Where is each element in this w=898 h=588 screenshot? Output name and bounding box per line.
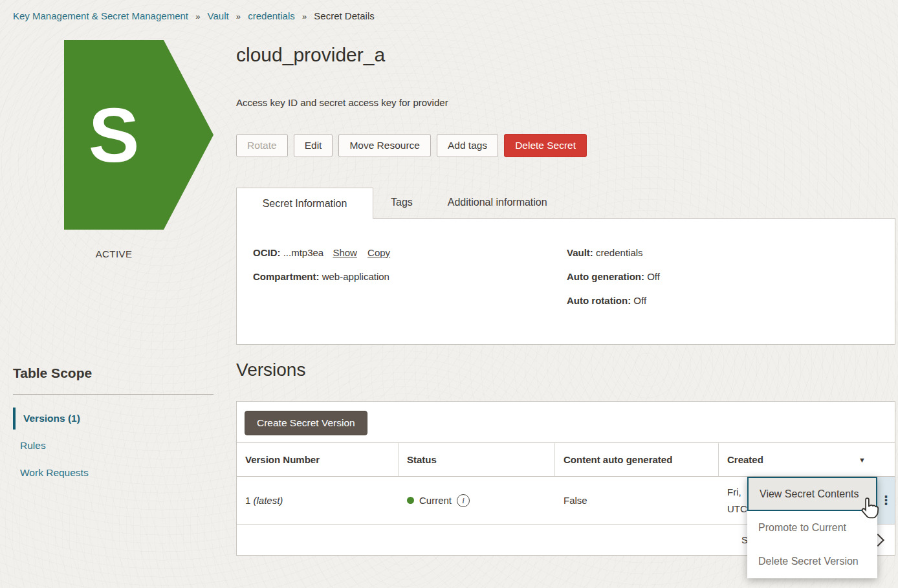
breadcrumb-link-vault[interactable]: Vault [208,10,229,21]
status-badge: ACTIVE [14,248,214,259]
breadcrumb-separator: » [195,12,200,21]
info-column-right: Vault: credentials Auto generation: Off … [567,247,660,319]
version-latest-suffix: (latest) [254,495,283,506]
move-resource-button[interactable]: Move Resource [338,134,431,157]
column-header-status[interactable]: Status [399,443,555,476]
tab-secret-information[interactable]: Secret Information [236,188,373,219]
page-title: cloud_provider_a [236,44,385,66]
menu-item-promote-to-current[interactable]: Promote to Current [747,511,877,545]
add-tags-button[interactable]: Add tags [437,134,498,157]
status-dot-icon [407,497,414,504]
column-header-created[interactable]: Created ▼ [719,443,895,476]
ocid-label: OCID: [253,247,281,258]
tab-additional-information[interactable]: Additional information [430,188,565,219]
compartment-value: web-application [322,271,389,282]
action-buttons: Rotate Edit Move Resource Add tags Delet… [236,134,587,157]
breadcrumb-separator: » [236,12,241,21]
cell-version-number: 1 (latest) [237,495,399,506]
breadcrumb-link-credentials[interactable]: credentials [248,10,295,21]
auto-generation-label: Auto generation: [567,271,644,282]
column-header-content-auto-generated[interactable]: Content auto generated [555,443,719,476]
secret-icon-letter: S [89,97,140,173]
breadcrumb-link-key-management[interactable]: Key Management & Secret Management [13,10,188,21]
tab-tags[interactable]: Tags [373,188,430,219]
auto-generation-value: Off [647,271,660,282]
cell-content-auto-generated: False [555,495,719,506]
kebab-icon: ⋮ [880,493,892,508]
secret-information-panel: OCID: ...mtp3ea Show Copy Compartment: w… [236,218,895,345]
table-toolbar: Create Secret Version [237,402,895,442]
sidebar-item-versions[interactable]: Versions (1) [13,408,214,430]
breadcrumb-separator: » [302,12,307,21]
row-actions-kebab-button[interactable]: ⋮ [877,477,895,524]
sidebar-item-work-requests[interactable]: Work Requests [13,462,214,484]
rotate-button[interactable]: Rotate [236,134,288,157]
breadcrumb-current: Secret Details [314,10,374,21]
page-description: Access key ID and secret access key for … [236,97,448,108]
auto-rotation-value: Off [633,295,646,306]
status-text: Current [419,495,452,506]
secret-hexagon-icon: S [14,40,214,230]
row-context-menu: View Secret Contents Promote to Current … [747,477,877,578]
sidebar-item-rules[interactable]: Rules [13,435,214,457]
vault-label: Vault: [567,247,593,258]
create-secret-version-button[interactable]: Create Secret Version [245,411,367,435]
ocid-copy-link[interactable]: Copy [367,247,390,258]
sort-descending-icon[interactable]: ▼ [859,456,866,464]
column-header-version-number[interactable]: Version Number [237,443,399,476]
table-header-row: Version Number Status Content auto gener… [237,442,895,477]
version-number: 1 [245,495,250,506]
vault-value: credentials [596,247,643,258]
menu-item-view-secret-contents[interactable]: View Secret Contents [747,477,877,511]
column-header-created-label: Created [727,454,763,465]
compartment-label: Compartment: [253,271,320,282]
sidebar-divider [13,394,214,395]
edit-button[interactable]: Edit [294,134,333,157]
breadcrumb: Key Management & Secret Management » Vau… [13,10,375,21]
sidebar-nav: Versions (1) Rules Work Requests [13,408,214,489]
info-icon[interactable]: i [457,494,470,507]
tab-bar: Secret Information Tags Additional infor… [236,188,565,219]
delete-secret-button[interactable]: Delete Secret [504,134,587,157]
menu-item-delete-secret-version[interactable]: Delete Secret Version [747,545,877,578]
ocid-value: ...mtp3ea [283,247,324,258]
cell-status: Current i [399,494,555,507]
info-column-left: OCID: ...mtp3ea Show Copy Compartment: w… [253,247,390,295]
versions-heading: Versions [236,360,305,380]
table-scope-title: Table Scope [13,365,92,381]
auto-rotation-label: Auto rotation: [567,295,631,306]
ocid-show-link[interactable]: Show [333,247,357,258]
